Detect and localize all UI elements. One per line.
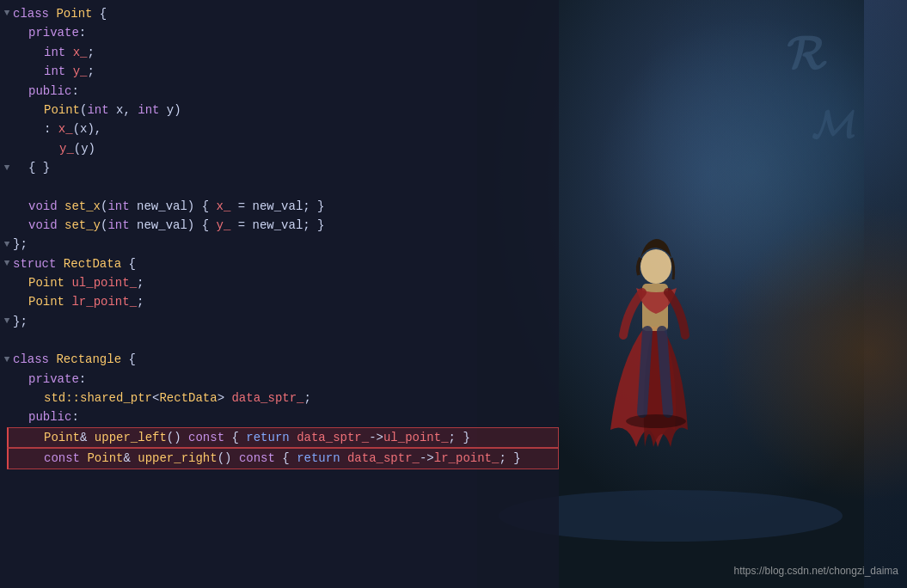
code-token [49,4,56,23]
code-token: set_y [64,216,101,235]
code-token: & [123,449,138,468]
code-token: }; [13,235,28,254]
code-token: x, [109,101,138,119]
fold-icon-13[interactable]: ▼ [2,237,12,253]
fold-icon-1[interactable]: ▼ [2,6,12,21]
fold-icon-17[interactable]: ▼ [2,314,12,329]
code-token: return [246,428,289,447]
code-content: ▼class Point {private:int x_;int y_;publ… [0,0,559,474]
code-token: ; [87,43,94,62]
code-token: { [224,428,246,447]
code-panel: ▼class Point {private:int x_;int y_;publ… [0,0,559,588]
code-token: = new_val; } [230,216,324,235]
code-line-23: Point& upper_left() const { return data_… [7,427,559,448]
code-line-20: private: [9,370,559,389]
code-token: int [107,197,129,216]
code-token: }; [13,312,28,331]
code-token: ; } [449,428,470,447]
code-token: & [80,428,95,447]
code-line-3: int x_; [9,43,559,62]
code-line-24: const Point& upper_right() const { retur… [7,448,559,469]
code-token: ( [101,216,107,235]
code-line-17: ▼}; [9,312,559,331]
code-token: int [138,101,159,119]
code-token: Point [44,428,80,447]
code-token [340,449,347,468]
code-line-14: ▼struct RectData { [9,254,559,273]
code-token: void [28,216,58,235]
fold-icon-14[interactable]: ▼ [2,256,12,272]
code-token: int [44,43,65,62]
code-line-7: : x_(x), [9,119,559,138]
fold-icon-9[interactable]: ▼ [2,161,12,176]
code-token: upper_right [138,449,217,468]
code-token [56,254,63,273]
code-token: ; [87,62,94,81]
code-token: int [87,101,108,119]
code-token: const [239,449,275,468]
code-token [49,350,56,369]
code-token: { } [28,158,50,177]
code-token: : [79,370,86,389]
code-token [64,292,71,311]
code-line-9: ▼{ } [9,158,559,177]
code-token [58,216,64,235]
code-token: private [28,370,79,389]
code-line-19: ▼class Rectangle { [9,350,559,369]
code-token: Point [87,449,123,468]
code-line-16: Point lr_point_; [9,292,559,311]
code-line-11: void set_x(int new_val) { x_ = new_val; … [9,197,559,216]
code-token: : [79,23,86,42]
code-token: RectData [64,254,121,273]
code-token: y_ [59,139,74,158]
code-token: new_val) { [130,216,217,235]
watermark-text: https://blog.csdn.net/chongzi_daima [734,565,898,577]
code-token: void [28,197,58,216]
code-token: () [218,449,239,468]
code-line-13: ▼}; [9,235,559,254]
code-token: (x), [73,119,102,138]
code-line-6: Point(int x, int y) [9,101,559,119]
code-token: { [275,449,297,468]
code-token: ul_point_ [71,273,137,292]
code-token: -> [420,449,434,468]
code-token: Rectangle [56,350,121,369]
code-line-12: void set_y(int new_val) { y_ = new_val; … [9,216,559,235]
code-token: data_sptr_ [347,449,420,468]
code-token: ; [137,273,144,292]
fold-icon-19[interactable]: ▼ [2,352,12,368]
code-line-15: Point ul_point_; [9,273,559,292]
code-line-10 [9,178,559,197]
code-token [64,273,71,292]
scene-decor [520,0,907,588]
code-token: < [152,389,159,407]
code-token: : [71,407,78,426]
code-token: Point [28,292,64,311]
code-token: return [297,449,340,468]
code-token: new_val) { [130,197,217,216]
code-token: int [44,62,65,81]
code-token: = new_val; } [230,197,324,216]
code-token [65,43,72,62]
code-token: () [167,428,188,447]
code-token: : [71,82,78,101]
code-token: : [44,119,58,138]
code-token: lr_point_ [71,292,137,311]
code-token: private [28,23,79,42]
code-token: (y) [74,139,95,158]
code-token: ( [80,101,87,119]
code-token: int [107,216,129,235]
code-line-1: ▼class Point { [9,4,559,23]
code-token: x_ [58,119,73,138]
code-token: Point [56,4,92,23]
code-line-5: public: [9,82,559,101]
code-token: data_sptr_ [297,428,369,447]
code-token: data_sptr_ [231,389,303,407]
code-token: x_ [73,43,88,62]
code-token: const [44,449,80,468]
code-token: public [28,407,71,426]
code-token: ul_point_ [383,428,449,447]
code-token: Point [28,273,64,292]
code-line-22: public: [9,407,559,426]
code-token: ; [137,292,144,311]
